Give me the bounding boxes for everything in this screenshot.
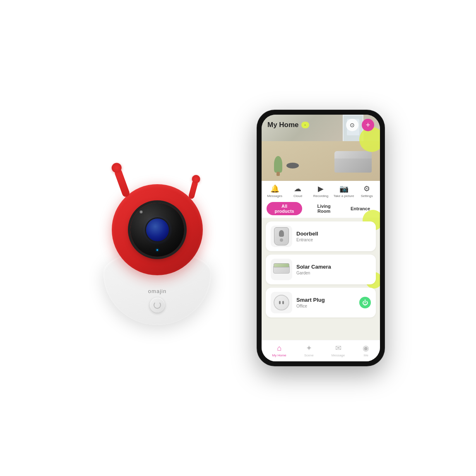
antenna-right-icon	[188, 180, 198, 200]
product-doorbell[interactable]: Doorbell Entrance	[266, 221, 376, 251]
camera-view-button[interactable]: ⊙	[346, 119, 358, 131]
solar-camera-info: Solar Camera Garden	[296, 264, 371, 275]
nav-me[interactable]: ◉ Me	[363, 344, 369, 357]
camera-device: omajin	[91, 151, 224, 325]
cloud-icon: ☁	[294, 184, 301, 193]
doorbell-info: Doorbell Entrance	[296, 231, 371, 242]
home-nav-icon: ⌂	[277, 344, 281, 353]
solar-camera-location: Garden	[296, 271, 371, 275]
plug-slot-left	[279, 301, 281, 304]
doorbell-image	[271, 226, 292, 247]
phone-body: My Home · ⊙ + 🔔 Messages	[257, 110, 385, 366]
camera-lens-housing	[130, 203, 184, 257]
add-device-button[interactable]: +	[362, 119, 374, 131]
recording-label: Recording	[313, 194, 328, 198]
nav-message[interactable]: ✉ Message	[332, 344, 345, 357]
doorbell-name: Doorbell	[296, 231, 371, 237]
toolbar-snapshot[interactable]: 📷 Take a picture	[332, 184, 356, 198]
solar-camera-icon	[273, 265, 290, 274]
smart-plug-info: Smart Plug Office	[296, 297, 355, 308]
snapshot-label: Take a picture	[334, 194, 354, 198]
solar-camera-name: Solar Camera	[296, 264, 371, 270]
header-actions: ⊙ +	[346, 119, 374, 131]
product-solar-camera[interactable]: Solar Camera Garden	[266, 255, 376, 284]
messages-icon: 🔔	[270, 184, 279, 193]
hero-dog	[286, 163, 299, 168]
camera-lens-icon	[146, 219, 169, 241]
phone-header: My Home · ⊙ +	[262, 115, 380, 134]
settings-icon: ⚙	[363, 184, 370, 193]
toolbar-settings[interactable]: ⚙ Settings	[355, 184, 378, 198]
tab-living-room[interactable]: Living Room	[305, 202, 342, 215]
nav-scene[interactable]: ✦ Scene	[304, 344, 314, 357]
products-list: Doorbell Entrance Solar Camera Garden	[262, 218, 380, 340]
product-smart-plug[interactable]: Smart Plug Office ⏻	[266, 288, 376, 317]
message-nav-label: Message	[332, 353, 345, 357]
plug-slot-right	[282, 301, 284, 304]
hero-plant	[274, 156, 282, 173]
hero-sofa	[334, 156, 372, 173]
camera-live-view[interactable]: My Home · ⊙ +	[262, 115, 380, 181]
camera-power-button[interactable]	[150, 298, 165, 313]
smart-plug-image	[271, 292, 292, 313]
toolbar-cloud[interactable]: ☁ Cloud	[286, 184, 310, 198]
scene-nav-icon: ✦	[306, 344, 312, 353]
home-title: My Home	[267, 121, 299, 129]
main-scene: omajin My Home	[0, 0, 476, 476]
action-toolbar: 🔔 Messages ☁ Cloud ▶ Recording 📷 Take a …	[262, 181, 380, 200]
antenna-left-icon	[114, 168, 131, 198]
doorbell-location: Entrance	[296, 238, 371, 242]
smart-plug-location: Office	[296, 304, 355, 308]
filter-tabs: All products Living Room Entrance	[262, 200, 380, 218]
smart-plug-toggle-button[interactable]: ⏻	[359, 297, 371, 308]
me-nav-icon: ◉	[363, 344, 369, 353]
smart-plug-icon	[274, 295, 289, 310]
camera-led-icon	[156, 249, 158, 251]
toolbar-messages[interactable]: 🔔 Messages	[263, 184, 286, 198]
home-nav-label: My Home	[272, 353, 286, 357]
smartphone: My Home · ⊙ + 🔔 Messages	[257, 110, 385, 366]
toolbar-recording[interactable]: ▶ Recording	[309, 184, 332, 198]
snapshot-icon: 📷	[339, 184, 349, 193]
cloud-label: Cloud	[293, 194, 302, 198]
recording-icon: ▶	[318, 184, 324, 193]
me-nav-label: Me	[364, 353, 368, 357]
camera-brand-label: omajin	[148, 288, 166, 294]
bottom-nav: ⌂ My Home ✦ Scene ✉ Message ◉ Me	[262, 340, 380, 361]
settings-label: Settings	[361, 194, 373, 198]
plug-slots	[279, 301, 284, 304]
nav-home[interactable]: ⌂ My Home	[272, 344, 286, 357]
camera-head	[112, 184, 203, 275]
messages-label: Messages	[267, 194, 282, 198]
tab-all-products[interactable]: All products	[267, 202, 302, 215]
solar-camera-image	[271, 259, 292, 280]
home-tag: ·	[301, 122, 309, 128]
phone-screen: My Home · ⊙ + 🔔 Messages	[262, 115, 380, 361]
doorbell-icon	[274, 227, 289, 245]
smart-plug-name: Smart Plug	[296, 297, 355, 303]
scene-nav-label: Scene	[304, 353, 314, 357]
header-title-wrap: My Home ·	[267, 121, 309, 129]
message-nav-icon: ✉	[335, 344, 341, 353]
